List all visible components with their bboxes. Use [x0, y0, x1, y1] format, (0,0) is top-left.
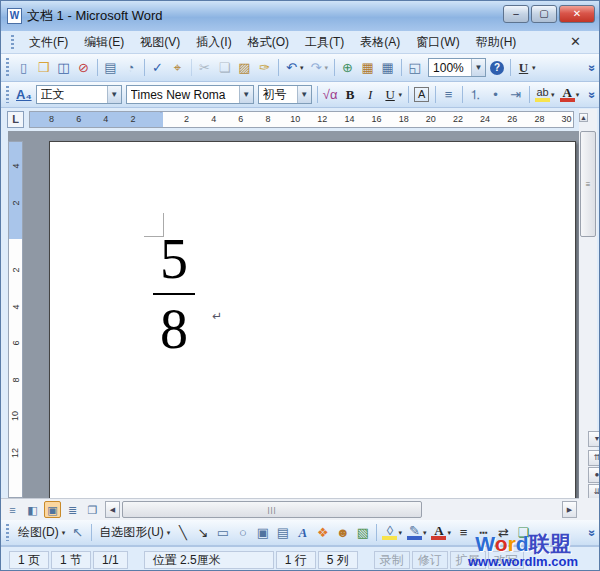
scroll-right-icon[interactable]: ▶: [562, 501, 577, 518]
dropdown-arrow-icon: ▾: [62, 529, 66, 537]
copy-icon[interactable]: ❏ ▾: [215, 57, 234, 78]
arrow-icon[interactable]: ↘ ▾: [193, 522, 212, 543]
bullets-icon[interactable]: • ▾: [486, 84, 505, 105]
outline-view-icon[interactable]: ≣: [64, 501, 81, 518]
document-area[interactable]: 42 24681012 5 8 ↵: [1, 131, 579, 498]
menu-file[interactable]: 文件(F): [21, 32, 76, 53]
scroll-up-icon[interactable]: ▲: [579, 113, 588, 122]
menu-tools[interactable]: 工具(T): [297, 32, 352, 53]
research-icon[interactable]: ⌖ ▾: [168, 57, 187, 78]
print-layout-view-icon[interactable]: ▣: [44, 501, 61, 518]
menu-window[interactable]: 窗口(W): [408, 32, 467, 53]
horizontal-ruler[interactable]: 8642 24681012141618202224262830: [29, 111, 574, 128]
vertical-scrollbar[interactable]: ▲ ≡ ▼ ⇈ ● ⇊: [579, 109, 597, 498]
autoshapes-menu-button[interactable]: 自选图形(U) ▾: [95, 522, 172, 543]
picture-icon[interactable]: ▧ ▾: [353, 522, 372, 543]
dash-style-icon[interactable]: ┅ ▾: [474, 522, 493, 543]
maximize-button[interactable]: ▢: [531, 5, 557, 23]
toolbar-options-icon[interactable]: [585, 522, 599, 544]
new-document-icon[interactable]: ▯ ▾: [14, 57, 33, 78]
tab-selector[interactable]: L: [7, 111, 24, 128]
close-document-icon[interactable]: ✕: [570, 34, 581, 49]
zoom-combo[interactable]: 100% ▼: [428, 58, 486, 77]
scroll-left-icon[interactable]: ◀: [105, 501, 120, 518]
wordart-icon[interactable]: A ▾: [293, 522, 312, 543]
normal-view-icon[interactable]: ≡: [4, 501, 21, 518]
text-box-icon[interactable]: ▣ ▾: [253, 522, 272, 543]
toolbar-options-icon[interactable]: [585, 57, 599, 79]
horizontal-scroll-thumb[interactable]: |||: [122, 501, 422, 518]
close-button[interactable]: ✕: [559, 5, 595, 23]
print-icon[interactable]: ▤ ▾: [101, 57, 120, 78]
rectangle-icon[interactable]: ▭ ▾: [213, 522, 232, 543]
menu-edit[interactable]: 编辑(E): [76, 32, 132, 53]
vertical-ruler[interactable]: 42 24681012: [8, 141, 23, 498]
draw-menu-button[interactable]: 绘图(D) ▾: [14, 522, 67, 543]
menu-table[interactable]: 表格(A): [352, 32, 408, 53]
minimize-button[interactable]: –: [503, 5, 529, 23]
line-color-icon[interactable]: ✎ ▾: [405, 522, 429, 543]
indent-markers[interactable]: [157, 113, 166, 128]
previous-page-icon[interactable]: ⇈: [588, 450, 600, 466]
permission-icon[interactable]: ⊘ ▾: [74, 57, 93, 78]
bold-icon[interactable]: B ▾: [341, 84, 360, 105]
equation-icon[interactable]: √α ▾: [321, 84, 340, 105]
styles-formatting-icon[interactable]: A₄: [14, 84, 34, 105]
zoom-page-icon[interactable]: ◱ ▾: [405, 57, 424, 78]
font-color-icon[interactable]: A ▾: [558, 84, 582, 105]
numbering-icon[interactable]: ⒈ ▾: [466, 84, 485, 105]
format-painter-icon[interactable]: ✑ ▾: [255, 57, 274, 78]
redo-icon[interactable]: ↷ ▾: [307, 57, 331, 78]
italic-icon[interactable]: I ▾: [361, 84, 380, 105]
combo-arrow-icon[interactable]: ▼: [107, 86, 121, 103]
font-color-icon-2[interactable]: A ▾: [429, 522, 453, 543]
toolbar-options-icon[interactable]: [585, 84, 599, 106]
clip-art-icon[interactable]: ☻ ▾: [333, 522, 352, 543]
underline-quick-icon[interactable]: U ▾: [514, 57, 538, 78]
center-align-icon[interactable]: ≡ ▾: [439, 84, 458, 105]
insert-table-icon[interactable]: ▦ ▾: [378, 57, 397, 78]
fill-color-icon[interactable]: ◊ ▾: [380, 522, 404, 543]
first-line-indent-icon[interactable]: [157, 111, 165, 127]
open-icon[interactable]: ❒ ▾: [34, 57, 53, 78]
tables-borders-icon[interactable]: ▦ ▾: [358, 57, 377, 78]
decrease-indent-icon[interactable]: ⇥ ▾: [506, 84, 525, 105]
reading-layout-view-icon[interactable]: ❐: [84, 501, 101, 518]
menu-view[interactable]: 视图(V): [132, 32, 188, 53]
insert-hyperlink-icon[interactable]: ⊕ ▾: [338, 57, 357, 78]
cut-icon[interactable]: ✂ ▾: [195, 57, 214, 78]
paste-icon[interactable]: ▨ ▾: [235, 57, 254, 78]
print-preview-icon[interactable]: ◔ ▾: [121, 57, 140, 78]
underline-icon[interactable]: U ▾: [381, 84, 405, 105]
font-size-combo[interactable]: 初号 ▼: [258, 85, 312, 104]
menu-help[interactable]: 帮助(H): [468, 32, 525, 53]
vertical-text-box-icon[interactable]: ▤ ▾: [273, 522, 292, 543]
horizontal-scroll-track[interactable]: |||: [121, 501, 557, 518]
style-combo[interactable]: 正文 ▼: [36, 85, 122, 104]
character-border-icon[interactable]: A ▾: [412, 84, 431, 105]
line-style-icon[interactable]: ≡ ▾: [454, 522, 473, 543]
oval-icon[interactable]: ○ ▾: [233, 522, 252, 543]
save-icon[interactable]: ◫ ▾: [54, 57, 73, 78]
undo-icon[interactable]: ↶ ▾: [282, 57, 306, 78]
select-objects-icon[interactable]: ↖ ▾: [68, 522, 87, 543]
spelling-grammar-icon[interactable]: ✓ ▾: [148, 57, 167, 78]
menu-format[interactable]: 格式(O): [240, 32, 297, 53]
select-browse-object-icon[interactable]: ●: [588, 467, 600, 483]
document-page[interactable]: [49, 141, 576, 498]
help-icon[interactable]: ? ▾: [488, 57, 506, 78]
line-icon[interactable]: ╲ ▾: [173, 522, 192, 543]
web-layout-view-icon[interactable]: ◧: [24, 501, 41, 518]
combo-arrow-icon[interactable]: ▼: [297, 86, 311, 103]
combo-arrow-icon[interactable]: ▼: [239, 86, 253, 103]
diagram-icon[interactable]: ❖ ▾: [313, 522, 332, 543]
shadow-3d-icon[interactable]: ❏ ▾: [514, 522, 533, 543]
highlight-icon[interactable]: ab ▾: [533, 84, 557, 105]
font-combo[interactable]: Times New Roma ▼: [126, 85, 254, 104]
arrow-style-icon[interactable]: ⇄ ▾: [494, 522, 513, 543]
combo-arrow-icon[interactable]: ▼: [471, 59, 485, 76]
vertical-scroll-thumb[interactable]: ≡: [580, 131, 596, 237]
menu-insert[interactable]: 插入(I): [188, 32, 239, 53]
hanging-indent-icon[interactable]: [165, 113, 173, 128]
scroll-down-icon[interactable]: ▼: [588, 431, 600, 447]
